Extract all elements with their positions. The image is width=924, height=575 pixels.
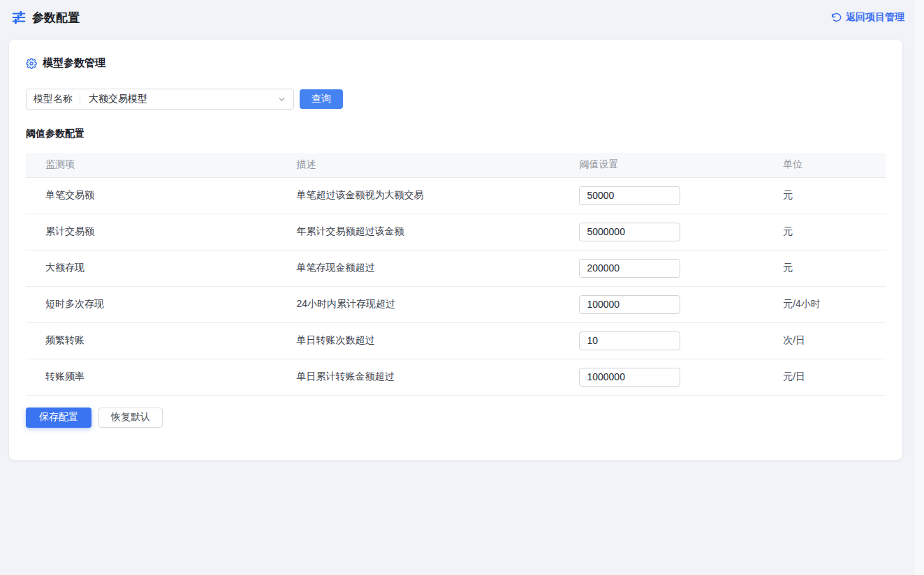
model-select-label: 模型名称 <box>34 93 80 105</box>
section-header: 模型参数管理 <box>26 57 886 70</box>
threshold-input[interactable] <box>579 259 680 278</box>
query-button[interactable]: 查询 <box>300 89 343 109</box>
threshold-cell <box>559 286 763 322</box>
threshold-cell <box>559 322 763 359</box>
column-header-item: 监测项 <box>26 153 277 177</box>
table-row: 累计交易额 年累计交易额超过该金额 元 <box>26 214 886 250</box>
parameter-panel: 模型参数管理 模型名称 大额交易模型 查询 阈值参数配置 监测项 描述 阈值设置… <box>9 40 902 460</box>
table-row: 频繁转账 单日转账次数超过 次/日 <box>26 322 886 359</box>
description-cell: 单日累计转账金额超过 <box>277 359 559 395</box>
scrollbar[interactable] <box>913 0 924 575</box>
description-cell: 单日转账次数超过 <box>277 322 559 359</box>
model-select-value: 大额交易模型 <box>80 93 277 105</box>
unit-cell: 元 <box>763 177 886 214</box>
footer-buttons: 保存配置 恢复默认 <box>26 408 886 428</box>
threshold-input[interactable] <box>579 223 680 241</box>
threshold-cell <box>559 359 763 395</box>
column-header-threshold: 阈值设置 <box>559 153 763 177</box>
threshold-input[interactable] <box>579 186 680 205</box>
sliders-icon <box>11 10 27 25</box>
gear-icon <box>26 58 37 69</box>
threshold-input[interactable] <box>579 331 680 350</box>
restore-default-button[interactable]: 恢复默认 <box>98 408 163 428</box>
query-row: 模型名称 大额交易模型 查询 <box>26 89 886 110</box>
table-row: 短时多次存现 24小时内累计存现超过 元/4小时 <box>26 286 886 322</box>
description-cell: 单笔存现金额超过 <box>277 250 559 286</box>
section-title: 模型参数管理 <box>43 57 105 70</box>
monitor-item-cell: 转账频率 <box>26 359 277 395</box>
threshold-input[interactable] <box>579 295 680 314</box>
top-bar: 参数配置 返回项目管理 <box>0 0 924 35</box>
undo-icon <box>830 12 842 23</box>
page-title: 参数配置 <box>32 10 80 26</box>
threshold-config-title: 阈值参数配置 <box>26 128 886 140</box>
monitor-item-cell: 大额存现 <box>26 250 277 286</box>
threshold-cell <box>559 250 763 286</box>
table-row: 大额存现 单笔存现金额超过 元 <box>26 250 886 286</box>
column-header-desc: 描述 <box>277 153 559 177</box>
threshold-input[interactable] <box>579 368 680 387</box>
table-header-row: 监测项 描述 阈值设置 单位 <box>26 153 886 177</box>
threshold-cell <box>559 177 763 214</box>
unit-cell: 元 <box>763 214 886 250</box>
unit-cell: 元/4小时 <box>763 286 886 322</box>
table-row: 单笔交易额 单笔超过该金额视为大额交易 元 <box>26 177 886 214</box>
model-name-select[interactable]: 模型名称 大额交易模型 <box>26 89 294 110</box>
back-to-project-link[interactable]: 返回项目管理 <box>830 11 904 24</box>
table-row: 转账频率 单日累计转账金额超过 元/日 <box>26 359 886 395</box>
threshold-cell <box>559 214 763 250</box>
description-cell: 24小时内累计存现超过 <box>277 286 559 322</box>
monitor-item-cell: 累计交易额 <box>26 214 277 250</box>
monitor-item-cell: 单笔交易额 <box>26 177 277 214</box>
monitor-item-cell: 频繁转账 <box>26 322 277 359</box>
description-cell: 单笔超过该金额视为大额交易 <box>277 177 559 214</box>
threshold-table: 监测项 描述 阈值设置 单位 单笔交易额 单笔超过该金额视为大额交易 元 累 <box>26 153 886 396</box>
page-title-group: 参数配置 <box>11 10 80 26</box>
column-header-unit: 单位 <box>763 153 886 177</box>
chevron-down-icon <box>277 95 286 104</box>
monitor-item-cell: 短时多次存现 <box>26 286 277 322</box>
unit-cell: 次/日 <box>763 322 886 359</box>
save-config-button[interactable]: 保存配置 <box>26 408 91 428</box>
description-cell: 年累计交易额超过该金额 <box>277 214 559 250</box>
unit-cell: 元/日 <box>763 359 886 395</box>
back-link-label: 返回项目管理 <box>846 11 904 24</box>
unit-cell: 元 <box>763 250 886 286</box>
